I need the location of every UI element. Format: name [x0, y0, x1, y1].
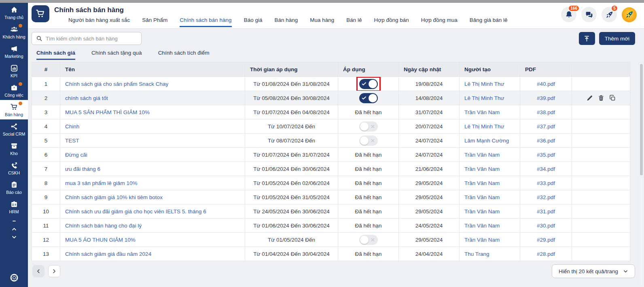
pdf-link[interactable]: #29.pdf: [537, 237, 555, 243]
policy-name-link[interactable]: Chính sách bán hàng cho đại lý: [65, 223, 142, 229]
sidebar-item-marketing[interactable]: Marketing: [0, 42, 28, 61]
apply-toggle-on[interactable]: [359, 93, 378, 103]
pdf-link[interactable]: #38.pdf: [537, 109, 555, 115]
subtab-0[interactable]: Chính sách giá: [36, 50, 75, 60]
apply-toggle-off[interactable]: [359, 136, 378, 146]
policy-name-link[interactable]: Đừng cãi: [65, 152, 87, 158]
creator-link[interactable]: Trần Văn Nam: [464, 109, 500, 115]
copy-button[interactable]: [609, 94, 616, 102]
module-tab-0[interactable]: Người bán hàng xuất sắc: [68, 17, 130, 27]
module-tab-1[interactable]: Sản Phẩm: [142, 17, 167, 27]
policy-name-link[interactable]: Chính sách giảm giá 10% khi tiêm botox: [65, 194, 163, 200]
creator-link[interactable]: Trần Văn Nam: [464, 166, 500, 172]
sidebar-item-reports[interactable]: Báo cáo: [0, 178, 28, 197]
pdf-link[interactable]: #35.pdf: [537, 152, 555, 158]
period-cell: Từ 01/05/2024 Đến 31/05/2024: [245, 190, 338, 204]
actions-cell: [572, 105, 630, 119]
apply-toggle-off[interactable]: [359, 121, 378, 132]
pdf-link[interactable]: #28.pdf: [537, 251, 555, 257]
creator-link[interactable]: Lê Thị Minh Thư: [464, 81, 504, 87]
creator-link[interactable]: Trần Văn Nam: [464, 223, 500, 229]
sidebar-item-customers[interactable]: Khách hàng: [0, 22, 28, 42]
notifications-button[interactable]: 166: [561, 7, 576, 22]
minimize-icon[interactable]: [11, 218, 18, 224]
policy-name-link[interactable]: Chinh: [65, 123, 79, 130]
module-cart-button[interactable]: [32, 5, 49, 22]
edit-button[interactable]: [586, 94, 593, 102]
subtab-1[interactable]: Chính sách tặng quà: [91, 50, 142, 60]
creator-link[interactable]: Lê Thị Minh Thư: [464, 95, 504, 101]
apply-status-cell: [338, 233, 399, 247]
module-tab-6[interactable]: Bán lẻ: [346, 17, 362, 27]
chevron-up-icon[interactable]: [11, 226, 18, 232]
next-page-button[interactable]: [48, 265, 60, 277]
policy-name-link[interactable]: Chính sách giảm giá đầu năm 2024: [65, 251, 151, 257]
policy-name-link[interactable]: Chính sách ưu đãi giảm giá cho học viên …: [65, 208, 206, 215]
sidebar-item-warehouse[interactable]: Kho: [0, 139, 28, 158]
vertical-scrollbar[interactable]: [640, 64, 643, 286]
creator-link[interactable]: Trần Văn Nam: [464, 194, 500, 200]
search-input[interactable]: [46, 36, 137, 42]
add-new-button[interactable]: Thêm mới: [599, 32, 635, 45]
creator-link[interactable]: Lê Thị Minh Thư: [464, 123, 504, 130]
pdf-link[interactable]: #39.pdf: [537, 95, 555, 101]
chat-button[interactable]: [581, 7, 597, 22]
creator-cell: Trần Văn Nam: [460, 105, 520, 119]
rocket-button[interactable]: 5: [602, 7, 617, 22]
creator-link[interactable]: Trần Văn Nam: [464, 237, 500, 243]
module-tab-2[interactable]: Chính sách bán hàng: [180, 17, 231, 27]
creator-link[interactable]: Trần Văn Nam: [464, 180, 500, 186]
delete-button[interactable]: [597, 94, 605, 102]
pdf-link[interactable]: #30.pdf: [537, 223, 555, 229]
creator-link[interactable]: Trần Văn Nam: [464, 152, 500, 158]
module-tab-4[interactable]: Bán hàng: [274, 17, 298, 27]
users-icon: [10, 26, 19, 33]
creator-link[interactable]: Lâm Mạnh Cường: [464, 138, 509, 144]
module-tab-3[interactable]: Báo giá: [244, 17, 263, 27]
page-size-select[interactable]: Hiển thị 20 kết quả/trang: [552, 264, 635, 278]
module-tab-5[interactable]: Mua hàng: [310, 17, 334, 27]
subtab-2[interactable]: Chính sách tích điểm: [158, 50, 210, 60]
sidebar-item-hrm[interactable]: HRM: [0, 197, 28, 217]
apply-toggle-off[interactable]: [359, 235, 378, 245]
pdf-link[interactable]: #40.pdf: [537, 81, 555, 87]
pagination: [32, 265, 60, 277]
creator-link[interactable]: Thu Trang: [464, 251, 489, 257]
pdf-link[interactable]: #32.pdf: [537, 194, 555, 200]
pdf-link[interactable]: #31.pdf: [537, 208, 555, 215]
sidebar-item-social-crm[interactable]: Social CRM: [0, 119, 28, 139]
chevron-down-icon[interactable]: [11, 234, 18, 240]
apply-status-cell: Đã hết hạn: [338, 219, 399, 233]
scrollbar-thumb[interactable]: [640, 64, 643, 175]
prev-page-button[interactable]: [32, 265, 44, 277]
creator-link[interactable]: Trần Văn Nam: [464, 208, 500, 215]
sidebar-item-home[interactable]: Trang chủ: [0, 3, 28, 22]
sidebar-item-kpi[interactable]: KPI: [0, 61, 28, 81]
apply-toggle-on[interactable]: [359, 79, 378, 89]
expired-label: Đã hết hạn: [355, 166, 381, 172]
module-tab-8[interactable]: Hợp đồng mua: [421, 17, 458, 27]
help-ring-icon[interactable]: [10, 273, 19, 282]
updated-date-cell: 29/05/2024: [399, 204, 460, 219]
upload-button[interactable]: [579, 32, 595, 45]
policy-name-link[interactable]: MUA 5 SẢN PHẨM THÌ GIẢM 10%: [65, 109, 150, 115]
sidebar-item-tasks[interactable]: Công việc: [0, 81, 28, 100]
avatar[interactable]: [622, 7, 637, 22]
pdf-link[interactable]: #36.pdf: [537, 138, 555, 144]
sidebar-item-cskh[interactable]: CSKH: [0, 158, 28, 178]
pdf-cell: #35.pdf: [520, 148, 572, 162]
module-tab-9[interactable]: Bảng giá bán lẻ: [470, 17, 508, 27]
sidebar-item-sales[interactable]: Bán hàng: [0, 100, 28, 119]
pdf-link[interactable]: #37.pdf: [537, 123, 555, 130]
policy-name-link[interactable]: mua 3 sản phẩm lẻ giảm 10%: [65, 180, 138, 186]
policy-name-link[interactable]: Chính sách giá cho sản phẩm Snack Chay: [65, 81, 168, 87]
policy-name-link[interactable]: TEST: [65, 138, 79, 144]
pdf-link[interactable]: #33.pdf: [537, 180, 555, 186]
pdf-link[interactable]: #34.pdf: [537, 166, 555, 172]
module-tab-7[interactable]: Hợp đồng bán: [374, 17, 409, 27]
policy-name-link[interactable]: ưu đãi tháng 6: [65, 166, 100, 172]
row-number: 7: [32, 162, 60, 176]
policy-name-cell: Chính sách giảm giá đầu năm 2024: [60, 247, 245, 261]
policy-name-link[interactable]: chính sách giá tốt: [65, 95, 108, 101]
policy-name-link[interactable]: MUA 5 ÁO THUN GIẢM 10%: [65, 237, 136, 243]
